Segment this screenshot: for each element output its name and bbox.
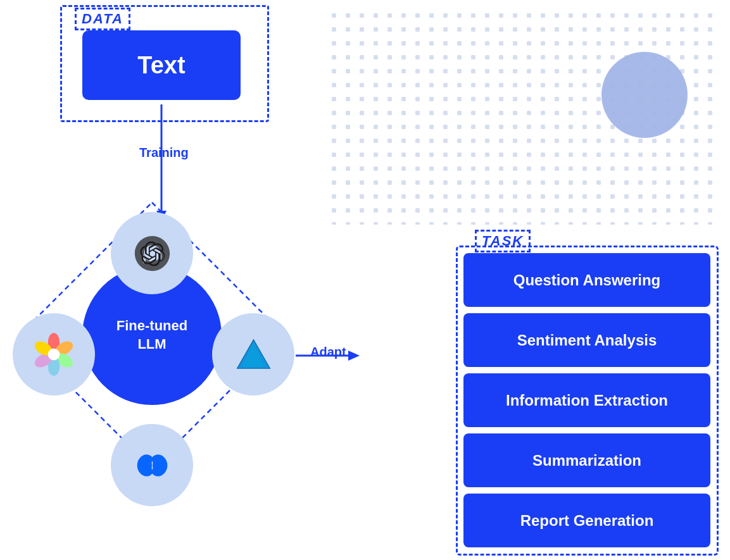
azure-icon bbox=[233, 334, 274, 375]
task-question-answering: Question Answering bbox=[463, 253, 710, 307]
data-label: DATA bbox=[75, 8, 130, 30]
llm-label: Fine-tunedLLM bbox=[116, 317, 187, 353]
task-label: TASK bbox=[475, 230, 531, 252]
text-box: Text bbox=[82, 30, 241, 100]
task-information-extraction: Information Extraction bbox=[463, 373, 710, 427]
svg-point-3 bbox=[601, 52, 688, 138]
openai-icon bbox=[132, 233, 173, 274]
svg-point-10 bbox=[48, 349, 60, 361]
adapt-arrowhead bbox=[348, 351, 360, 361]
task-summarization: Summarization bbox=[463, 433, 710, 487]
training-label: Training bbox=[139, 146, 189, 160]
task-label-5: Report Generation bbox=[520, 512, 654, 530]
task-report-generation: Report Generation bbox=[463, 494, 710, 547]
text-box-label: Text bbox=[137, 52, 185, 79]
task-label-4: Summarization bbox=[532, 452, 641, 470]
satellite-colorful bbox=[13, 313, 95, 395]
adapt-label: Adapt bbox=[310, 345, 346, 359]
satellite-openai bbox=[111, 212, 193, 294]
diagram-container: /* dots generated below */ DATA Text bbox=[0, 0, 730, 560]
meta-icon bbox=[132, 445, 173, 486]
task-label-3: Information Extraction bbox=[506, 392, 668, 409]
task-label-2: Sentiment Analysis bbox=[517, 332, 657, 349]
flower-icon bbox=[32, 332, 76, 376]
task-label-1: Question Answering bbox=[513, 271, 660, 289]
satellite-azure bbox=[212, 313, 294, 395]
background-dot-grid bbox=[328, 9, 721, 225]
satellite-meta bbox=[111, 424, 193, 506]
task-sentiment-analysis: Sentiment Analysis bbox=[463, 313, 710, 367]
